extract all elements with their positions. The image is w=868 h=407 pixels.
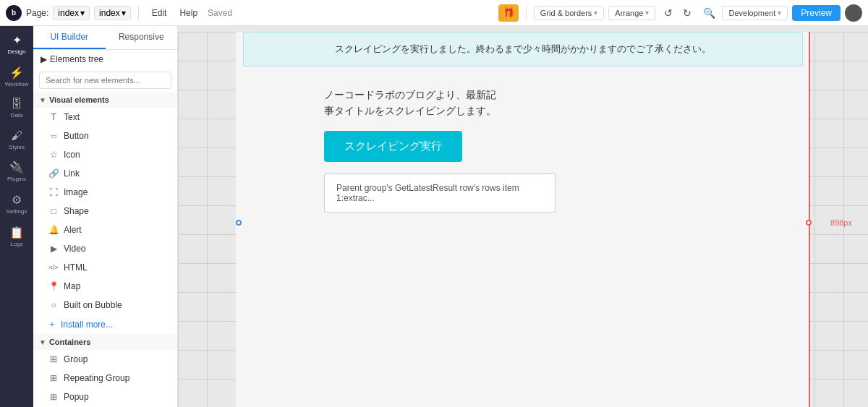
- elements-tree-chevron: ▶: [41, 54, 47, 64]
- arrange-button[interactable]: Arrange ▾: [608, 6, 655, 20]
- element-icon[interactable]: ☆ Icon: [33, 145, 177, 164]
- canvas-area[interactable]: 898px スクレイピングを実行しました。終わるまで少々時間がかかりますのでご了…: [178, 26, 868, 407]
- divider-2: [526, 6, 527, 20]
- search-button[interactable]: 🔍: [700, 4, 718, 22]
- plugins-label: Plugins: [7, 176, 26, 183]
- built-on-bubble-icon: ○: [48, 299, 59, 311]
- element-alert[interactable]: 🔔 Alert: [33, 220, 177, 239]
- grid-borders-label: Grid & borders: [540, 9, 592, 17]
- canvas-inner: 898px スクレイピングを実行しました。終わるまで少々時間がかかりますのでご了…: [236, 32, 810, 407]
- element-repeating-group[interactable]: ⊞ Repeating Group: [33, 369, 177, 387]
- user-avatar[interactable]: [845, 4, 862, 22]
- icon-label: Icon: [64, 150, 80, 160]
- scraping-button[interactable]: スクレイピング実行: [324, 131, 462, 162]
- elements-list: ▼ Visual elements T Text ▭ Button ☆ Icon…: [33, 92, 177, 407]
- page-selector[interactable]: index ▾: [53, 6, 90, 20]
- styles-label: Styles: [9, 144, 25, 151]
- html-icon: </>: [48, 262, 59, 273]
- shape-label: Shape: [64, 206, 89, 216]
- topbar-right: 🎁 Grid & borders ▾ Arrange ▾ ↺ ↻ 🔍 Devel…: [498, 4, 862, 22]
- visual-chevron: ▼: [39, 96, 46, 104]
- icon-icon: ☆: [48, 149, 59, 160]
- visual-label: Visual elements: [49, 95, 109, 104]
- main-layout: ✦ Design ⚡ Workflow 🗄 Data 🖌 Styles 🔌 Pl…: [0, 26, 868, 407]
- element-popup[interactable]: ⊞ Popup: [33, 387, 177, 406]
- element-video[interactable]: ▶ Video: [33, 239, 177, 258]
- section-visual-elements[interactable]: ▼ Visual elements: [33, 92, 177, 108]
- grid-chevron: ▾: [594, 9, 597, 17]
- group-label: Group: [64, 354, 88, 364]
- logo: b: [6, 5, 22, 21]
- install-more-visual[interactable]: ＋ Install more...: [33, 314, 177, 334]
- shape-icon: □: [48, 205, 59, 217]
- page-description: ノーコードラボのブログより、最新記事タイトルをスクレイピングします。: [324, 87, 498, 119]
- element-map[interactable]: 📍 Map: [33, 277, 177, 296]
- saved-status: Saved: [208, 8, 232, 18]
- element-shape[interactable]: □ Shape: [33, 202, 177, 220]
- element-image[interactable]: ⛶ Image: [33, 183, 177, 202]
- html-label: HTML: [64, 262, 88, 273]
- sidebar-item-workflow[interactable]: ⚡ Workflow: [2, 61, 31, 93]
- data-label: Data: [11, 112, 23, 119]
- sidebar-item-design[interactable]: ✦ Design: [2, 29, 31, 60]
- popup-label: Popup: [64, 392, 89, 402]
- page-name: index: [58, 8, 79, 18]
- result-text: Parent group's GetLatestResult row's row…: [336, 183, 519, 203]
- button-label: Button: [64, 131, 89, 141]
- sidebar-item-data[interactable]: 🗄 Data: [2, 93, 31, 124]
- install-more-visual-label: Install more...: [61, 320, 113, 330]
- sidebar-item-logs[interactable]: 📋 Logs: [2, 221, 31, 252]
- plugins-icon: 🔌: [9, 160, 24, 174]
- design-icon: ✦: [12, 33, 22, 47]
- link-icon: 🔗: [48, 168, 59, 179]
- install-more-visual-icon: ＋: [48, 318, 56, 330]
- element-link[interactable]: 🔗 Link: [33, 164, 177, 183]
- built-on-bubble-label: Built on Bubble: [64, 300, 122, 310]
- repeating-group-label: Repeating Group: [64, 373, 129, 383]
- edit-menu[interactable]: Edit: [146, 5, 173, 21]
- panel-tabs: UI Builder Responsive: [33, 26, 177, 50]
- search-input[interactable]: [39, 72, 171, 89]
- element-html[interactable]: </> HTML: [33, 258, 177, 277]
- notification-text: スクレイピングを実行しました。終わるまで少々時間がかかりますのでご了承ください。: [335, 43, 711, 54]
- undo-button[interactable]: ↺: [660, 4, 677, 22]
- element-group[interactable]: ⊞ Group: [33, 350, 177, 369]
- redo-button[interactable]: ↻: [678, 4, 696, 22]
- grid-borders-button[interactable]: Grid & borders ▾: [534, 6, 605, 20]
- element-button[interactable]: ▭ Button: [33, 127, 177, 145]
- settings-icon: ⚙: [12, 193, 22, 207]
- image-icon: ⛶: [48, 187, 59, 198]
- dev-chevron: ▾: [778, 9, 781, 17]
- tab-responsive[interactable]: Responsive: [106, 26, 178, 49]
- containers-label: Containers: [49, 338, 90, 346]
- tab-ui-builder[interactable]: UI Builder: [33, 26, 106, 49]
- sidebar-item-styles[interactable]: 🖌 Styles: [2, 125, 31, 155]
- sidebar-icons: ✦ Design ⚡ Workflow 🗄 Data 🖌 Styles 🔌 Pl…: [0, 26, 33, 407]
- popup-icon: ⊞: [48, 391, 59, 403]
- help-menu[interactable]: Help: [174, 5, 203, 21]
- development-label: Development: [728, 9, 775, 17]
- index-label: index ▾: [94, 6, 131, 20]
- preview-button[interactable]: Preview: [792, 5, 841, 21]
- elements-tree-label: Elements tree: [50, 54, 103, 64]
- text-icon: T: [48, 111, 59, 123]
- section-containers[interactable]: ▼ Containers: [33, 334, 177, 350]
- elements-tree-header[interactable]: ▶ Elements tree: [33, 50, 177, 69]
- top-menu: Edit Help Saved: [146, 5, 232, 21]
- video-label: Video: [64, 244, 85, 254]
- element-text[interactable]: T Text: [33, 108, 177, 127]
- canvas-content: 898px スクレイピングを実行しました。終わるまで少々時間がかかりますのでご了…: [178, 32, 868, 407]
- repeating-group-icon: ⊞: [48, 372, 59, 384]
- group-icon: ⊞: [48, 354, 59, 365]
- element-built-on-bubble[interactable]: ○ Built on Bubble: [33, 296, 177, 314]
- sidebar-item-settings[interactable]: ⚙ Settings: [2, 189, 31, 220]
- data-icon: 🗄: [11, 98, 22, 111]
- development-button[interactable]: Development ▾: [722, 6, 788, 20]
- arrange-chevron: ▾: [645, 9, 649, 17]
- image-label: Image: [64, 187, 88, 197]
- text-label: Text: [64, 112, 80, 122]
- gift-button[interactable]: 🎁: [498, 4, 519, 22]
- elements-panel: UI Builder Responsive ▶ Elements tree ▼ …: [33, 26, 178, 407]
- logs-icon: 📋: [9, 226, 24, 239]
- sidebar-item-plugins[interactable]: 🔌 Plugins: [2, 156, 31, 187]
